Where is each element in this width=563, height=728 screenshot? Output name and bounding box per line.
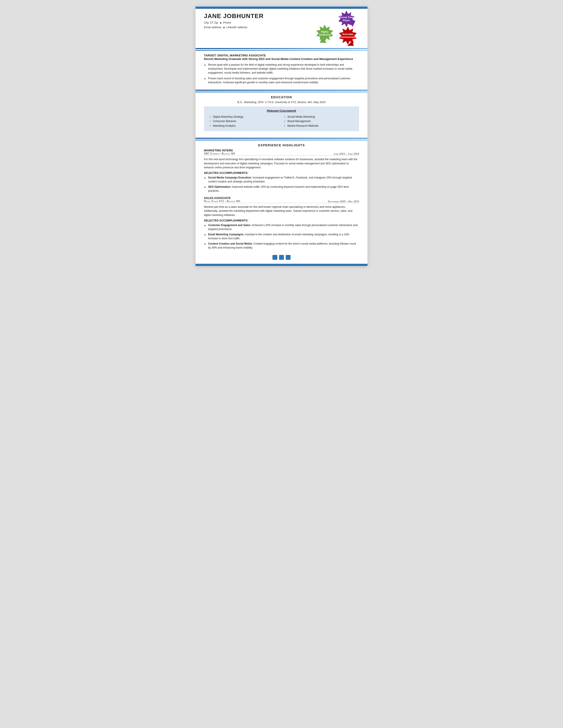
experience-heading: EXPERIENCE HIGHLIGHTS xyxy=(204,143,359,147)
gears-diagram-container: Strong Team Player Highly Analytical Art… xyxy=(313,11,359,46)
job-1: MARKETING INTERN ABC Company– Boston, MA… xyxy=(204,149,359,193)
bottom-decorative-bar xyxy=(195,264,368,266)
candidate-name: JANE JOBHUNTER xyxy=(204,13,313,20)
job-2-dates: September 2020 – May 2023 xyxy=(328,200,359,203)
check-icon-1: ✓ xyxy=(209,115,211,119)
target-bullet-2: ► Proven track record of boosting sales … xyxy=(204,76,359,84)
target-section-divider xyxy=(195,90,368,91)
coursework-right-col: ✓ Social Media Marketing ✓ Brand Managem… xyxy=(284,115,354,128)
city-state: City, ST Zip xyxy=(204,21,218,24)
course-item-3: ✓ Marketing Analytics xyxy=(209,124,279,128)
job-1-accomplishment-2: ► SEO Optimization: Improved website tra… xyxy=(204,185,359,193)
header-left: JANE JOBHUNTER City, ST Zip Phone Email … xyxy=(204,13,313,30)
phone: Phone xyxy=(223,21,231,24)
header-blue-bar xyxy=(195,48,368,49)
job-1-description: For this mid-sized technology firm speci… xyxy=(204,157,359,170)
job-2-accomplishment-1: ► Customer Engagement and Sales: Achieve… xyxy=(204,223,359,231)
check-icon-6: ✓ xyxy=(284,124,286,128)
header-section: JANE JOBHUNTER City, ST Zip Phone Email … xyxy=(195,9,368,46)
sep-icon-1 xyxy=(220,22,221,24)
top-decorative-bar xyxy=(195,7,368,9)
coursework-left-col: ✓ Digital Marketing Strategy ✓ Consumer … xyxy=(209,115,279,128)
footer-dot-3 xyxy=(286,255,291,260)
education-heading: EDUCATION xyxy=(204,95,359,99)
job-2: SALES ASSOCIATE Retail Store XYZ – Bosto… xyxy=(204,196,359,250)
job-2-accomplishments-label: SELECTED ACCOMPLISHMENTS: xyxy=(204,219,359,222)
check-icon-4: ✓ xyxy=(284,115,286,119)
bullet-arrow-icon-j2-1: ► xyxy=(204,223,206,227)
coursework-box: Relevant Coursework ✓ Digital Marketing … xyxy=(204,106,359,131)
target-subtitle: Recent Marketing Graduate with Strong SE… xyxy=(204,57,359,61)
job-2-company-line: Retail Store XYZ – Boston, MA September … xyxy=(204,200,359,203)
target-bullet-1: ► Recent grad with a passion for the fie… xyxy=(204,63,359,75)
bullet-arrow-icon-j2-2: ► xyxy=(204,233,206,237)
footer-dot-2 xyxy=(279,255,284,260)
course-item-6: ✓ Market Research Methods xyxy=(284,124,354,128)
bullet-arrow-icon-j1-1: ► xyxy=(204,176,206,180)
course-item-1: ✓ Digital Marketing Strategy xyxy=(209,115,279,119)
job-2-accomplishment-3: ► Content Creation and Social Media: Cre… xyxy=(204,242,359,250)
coursework-title: Relevant Coursework xyxy=(209,109,354,112)
job-1-dates: June 2023 – June 2024 xyxy=(334,152,359,155)
linkedin: LinkedIn address xyxy=(226,26,247,29)
bullet-arrow-icon-j1-2: ► xyxy=(204,185,206,189)
job-2-company: Retail Store XYZ – Boston, MA xyxy=(204,200,240,203)
job-2-description: Worked part-time as a sales associate fo… xyxy=(204,205,359,217)
education-degree: B.S., Marketing, GPA: 3.7/4.0, Universit… xyxy=(204,101,359,104)
target-title: TARGET: DIGITAL MARKETING ASSOCIATE xyxy=(204,54,359,57)
check-icon-5: ✓ xyxy=(284,119,286,123)
course-item-4: ✓ Social Media Marketing xyxy=(284,115,354,119)
course-item-2: ✓ Consumer Behavior xyxy=(209,119,279,123)
target-section: TARGET: DIGITAL MARKETING ASSOCIATE Rece… xyxy=(195,51,368,86)
gears-diagram: Strong Team Player Highly Analytical Art… xyxy=(314,11,358,46)
job-2-accomplishment-2: ► Email Marketing Campaigns: Assisted in… xyxy=(204,232,359,240)
coursework-grid: ✓ Digital Marketing Strategy ✓ Consumer … xyxy=(209,115,354,128)
target-bullet-list: ► Recent grad with a passion for the fie… xyxy=(204,63,359,84)
education-section: EDUCATION B.S., Marketing, GPA: 3.7/4.0,… xyxy=(195,92,368,131)
job-2-accomplishments-list: ► Customer Engagement and Sales: Achieve… xyxy=(204,223,359,250)
experience-section: EXPERIENCE HIGHLIGHTS MARKETING INTERN A… xyxy=(195,140,368,250)
job-1-company: ABC Company– Boston, MA xyxy=(204,152,235,155)
email: Email address xyxy=(204,26,221,29)
check-icon-3: ✓ xyxy=(209,124,211,128)
bullet-arrow-icon-2: ► xyxy=(204,77,206,81)
target-left: TARGET: DIGITAL MARKETING ASSOCIATE Rece… xyxy=(204,54,359,86)
job-2-title: SALES ASSOCIATE xyxy=(204,196,359,200)
resume-page: JANE JOBHUNTER City, ST Zip Phone Email … xyxy=(195,7,368,266)
job-1-accomplishment-1: ► Social Media Campaign Execution: Incre… xyxy=(204,176,359,184)
header-contact: City, ST Zip Phone Email address LinkedI… xyxy=(204,20,313,30)
experience-section-divider xyxy=(195,138,368,139)
course-item-5: ✓ Brand Management xyxy=(284,119,354,123)
footer-dot-1 xyxy=(272,255,277,260)
job-1-title: MARKETING INTERN xyxy=(204,149,359,152)
sep-icon-2 xyxy=(223,27,224,28)
check-icon-2: ✓ xyxy=(209,119,211,123)
job-1-accomplishments-label: SELECTED ACCOMPLISHMENTS: xyxy=(204,171,359,175)
bullet-arrow-icon-1: ► xyxy=(204,63,206,67)
footer-dots xyxy=(195,251,368,264)
job-1-accomplishments-list: ► Social Media Campaign Execution: Incre… xyxy=(204,176,359,193)
job-1-company-line: ABC Company– Boston, MA June 2023 – June… xyxy=(204,152,359,156)
bullet-arrow-icon-j2-3: ► xyxy=(204,242,206,246)
